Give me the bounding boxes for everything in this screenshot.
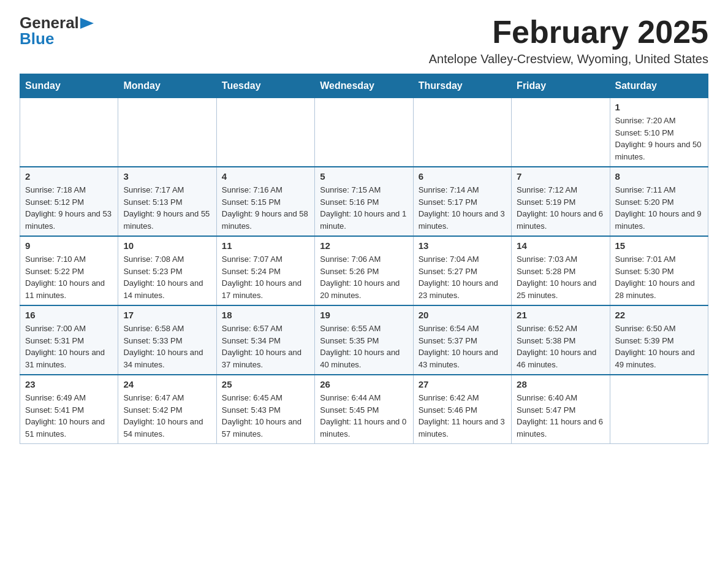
day-info: Sunrise: 7:10 AMSunset: 5:22 PMDaylight:…: [25, 253, 113, 301]
calendar-day-cell: [118, 98, 216, 167]
day-info: Sunrise: 7:08 AMSunset: 5:23 PMDaylight:…: [123, 253, 211, 301]
calendar-day-cell: 4Sunrise: 7:16 AMSunset: 5:15 PMDaylight…: [216, 167, 314, 236]
calendar-week-row: 1Sunrise: 7:20 AMSunset: 5:10 PMDaylight…: [20, 98, 708, 167]
day-info: Sunrise: 7:03 AMSunset: 5:28 PMDaylight:…: [517, 253, 604, 301]
calendar-day-header: Thursday: [413, 74, 511, 98]
day-number: 14: [517, 240, 604, 251]
day-number: 15: [615, 240, 703, 251]
calendar-day-cell: 5Sunrise: 7:15 AMSunset: 5:16 PMDaylight…: [315, 167, 413, 236]
calendar-day-cell: 10Sunrise: 7:08 AMSunset: 5:23 PMDayligh…: [118, 236, 216, 305]
calendar-day-header: Monday: [118, 74, 216, 98]
day-number: 19: [320, 310, 408, 320]
day-info: Sunrise: 6:54 AMSunset: 5:37 PMDaylight:…: [419, 323, 506, 370]
calendar-day-cell: 7Sunrise: 7:12 AMSunset: 5:19 PMDaylight…: [512, 167, 610, 236]
calendar-day-cell: 2Sunrise: 7:18 AMSunset: 5:12 PMDaylight…: [20, 167, 118, 236]
day-info: Sunrise: 7:15 AMSunset: 5:16 PMDaylight:…: [320, 184, 408, 232]
logo-general: General: [20, 15, 79, 31]
day-info: Sunrise: 6:55 AMSunset: 5:35 PMDaylight:…: [320, 323, 408, 370]
day-number: 1: [615, 102, 703, 112]
calendar-day-cell: 28Sunrise: 6:40 AMSunset: 5:47 PMDayligh…: [512, 375, 610, 444]
day-info: Sunrise: 6:52 AMSunset: 5:38 PMDaylight:…: [517, 323, 604, 370]
calendar-day-header: Tuesday: [216, 74, 314, 98]
day-info: Sunrise: 7:07 AMSunset: 5:24 PMDaylight:…: [222, 253, 309, 301]
calendar-day-cell: 16Sunrise: 7:00 AMSunset: 5:31 PMDayligh…: [20, 305, 118, 375]
location-title: Antelope Valley-Crestview, Wyoming, Unit…: [429, 52, 708, 66]
calendar-day-header: Wednesday: [315, 74, 413, 98]
day-info: Sunrise: 7:06 AMSunset: 5:26 PMDaylight:…: [320, 253, 408, 301]
title-section: February 2025 Antelope Valley-Crestview,…: [429, 15, 708, 66]
day-info: Sunrise: 7:00 AMSunset: 5:31 PMDaylight:…: [25, 323, 113, 370]
calendar-day-cell: 8Sunrise: 7:11 AMSunset: 5:20 PMDaylight…: [610, 167, 708, 236]
calendar-day-cell: [512, 98, 610, 167]
calendar-day-cell: 6Sunrise: 7:14 AMSunset: 5:17 PMDaylight…: [413, 167, 511, 236]
calendar-week-row: 23Sunrise: 6:49 AMSunset: 5:41 PMDayligh…: [20, 375, 708, 444]
calendar-day-cell: 1Sunrise: 7:20 AMSunset: 5:10 PMDaylight…: [610, 98, 708, 167]
day-number: 28: [517, 379, 604, 389]
day-number: 17: [123, 310, 211, 320]
day-info: Sunrise: 6:40 AMSunset: 5:47 PMDaylight:…: [517, 392, 604, 440]
day-number: 8: [615, 171, 703, 182]
calendar-day-cell: [610, 375, 708, 444]
day-info: Sunrise: 7:18 AMSunset: 5:12 PMDaylight:…: [25, 184, 113, 232]
day-info: Sunrise: 6:44 AMSunset: 5:45 PMDaylight:…: [320, 392, 408, 440]
calendar-day-cell: 25Sunrise: 6:45 AMSunset: 5:43 PMDayligh…: [216, 375, 314, 444]
calendar-week-row: 16Sunrise: 7:00 AMSunset: 5:31 PMDayligh…: [20, 305, 708, 375]
calendar-table: SundayMondayTuesdayWednesdayThursdayFrid…: [20, 74, 708, 444]
day-info: Sunrise: 7:14 AMSunset: 5:17 PMDaylight:…: [419, 184, 506, 232]
day-number: 21: [517, 310, 604, 320]
day-info: Sunrise: 7:04 AMSunset: 5:27 PMDaylight:…: [419, 253, 506, 301]
day-number: 23: [25, 379, 113, 389]
logo: General Blue: [20, 15, 94, 47]
calendar-day-header: Friday: [512, 74, 610, 98]
calendar-day-cell: [216, 98, 314, 167]
svg-marker-0: [80, 18, 94, 29]
calendar-day-cell: 26Sunrise: 6:44 AMSunset: 5:45 PMDayligh…: [315, 375, 413, 444]
calendar-day-cell: [413, 98, 511, 167]
day-info: Sunrise: 7:16 AMSunset: 5:15 PMDaylight:…: [222, 184, 309, 232]
calendar-day-cell: 24Sunrise: 6:47 AMSunset: 5:42 PMDayligh…: [118, 375, 216, 444]
day-number: 5: [320, 171, 408, 182]
calendar-day-cell: 23Sunrise: 6:49 AMSunset: 5:41 PMDayligh…: [20, 375, 118, 444]
calendar-day-cell: 13Sunrise: 7:04 AMSunset: 5:27 PMDayligh…: [413, 236, 511, 305]
day-info: Sunrise: 6:45 AMSunset: 5:43 PMDaylight:…: [222, 392, 309, 440]
day-number: 26: [320, 379, 408, 389]
calendar-day-cell: 20Sunrise: 6:54 AMSunset: 5:37 PMDayligh…: [413, 305, 511, 375]
day-info: Sunrise: 6:58 AMSunset: 5:33 PMDaylight:…: [123, 323, 211, 370]
calendar-day-cell: 14Sunrise: 7:03 AMSunset: 5:28 PMDayligh…: [512, 236, 610, 305]
calendar-day-cell: 27Sunrise: 6:42 AMSunset: 5:46 PMDayligh…: [413, 375, 511, 444]
day-info: Sunrise: 7:17 AMSunset: 5:13 PMDaylight:…: [123, 184, 211, 232]
logo-arrow-icon: [80, 18, 94, 29]
calendar-day-cell: 15Sunrise: 7:01 AMSunset: 5:30 PMDayligh…: [610, 236, 708, 305]
day-number: 4: [222, 171, 309, 182]
page-header: General Blue February 2025 Antelope Vall…: [20, 15, 708, 66]
calendar-day-cell: 9Sunrise: 7:10 AMSunset: 5:22 PMDaylight…: [20, 236, 118, 305]
calendar-day-cell: 11Sunrise: 7:07 AMSunset: 5:24 PMDayligh…: [216, 236, 314, 305]
calendar-day-cell: [20, 98, 118, 167]
logo-blue: Blue: [20, 31, 54, 47]
day-info: Sunrise: 6:50 AMSunset: 5:39 PMDaylight:…: [615, 323, 703, 370]
day-number: 7: [517, 171, 604, 182]
calendar-header-row: SundayMondayTuesdayWednesdayThursdayFrid…: [20, 74, 708, 98]
calendar-day-cell: 3Sunrise: 7:17 AMSunset: 5:13 PMDaylight…: [118, 167, 216, 236]
month-title: February 2025: [429, 15, 708, 50]
day-number: 3: [123, 171, 211, 182]
day-number: 27: [419, 379, 506, 389]
day-number: 13: [419, 240, 506, 251]
calendar-day-cell: 21Sunrise: 6:52 AMSunset: 5:38 PMDayligh…: [512, 305, 610, 375]
day-info: Sunrise: 7:12 AMSunset: 5:19 PMDaylight:…: [517, 184, 604, 232]
calendar-day-header: Sunday: [20, 74, 118, 98]
day-number: 10: [123, 240, 211, 251]
day-info: Sunrise: 7:20 AMSunset: 5:10 PMDaylight:…: [615, 115, 703, 163]
day-number: 20: [419, 310, 506, 320]
calendar-day-cell: 19Sunrise: 6:55 AMSunset: 5:35 PMDayligh…: [315, 305, 413, 375]
day-info: Sunrise: 6:57 AMSunset: 5:34 PMDaylight:…: [222, 323, 309, 370]
calendar-day-cell: [315, 98, 413, 167]
calendar-day-cell: 17Sunrise: 6:58 AMSunset: 5:33 PMDayligh…: [118, 305, 216, 375]
day-number: 11: [222, 240, 309, 251]
day-info: Sunrise: 6:47 AMSunset: 5:42 PMDaylight:…: [123, 392, 211, 440]
day-number: 22: [615, 310, 703, 320]
day-number: 12: [320, 240, 408, 251]
day-number: 24: [123, 379, 211, 389]
day-info: Sunrise: 7:11 AMSunset: 5:20 PMDaylight:…: [615, 184, 703, 232]
day-number: 6: [419, 171, 506, 182]
